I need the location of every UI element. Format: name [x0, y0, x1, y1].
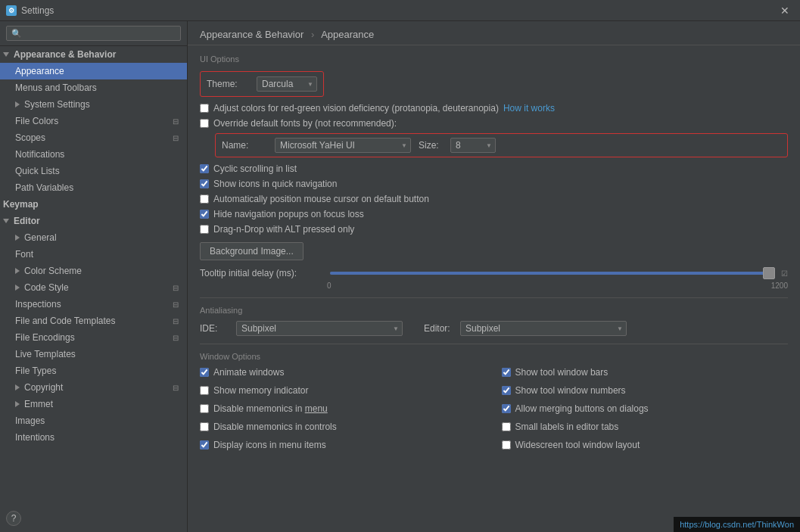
tooltip-delay-label: Tooltip initial delay (ms): [200, 268, 321, 278]
settings-icon-small: ⊟ [170, 299, 181, 310]
settings-icon-small: ⊟ [170, 316, 181, 326]
font-name-select-wrap[interactable]: Microsoft YaHei UI [275, 138, 411, 153]
sidebar-item-label: Path Variables [15, 182, 73, 193]
theme-label: Theme: [207, 79, 252, 89]
sidebar-item-live-templates[interactable]: Live Templates [0, 346, 187, 362]
font-name-select[interactable]: Microsoft YaHei UI [275, 138, 411, 153]
ide-select[interactable]: Subpixel Greyscale No antialiasing [236, 321, 403, 336]
sidebar-item-label: Inspections [15, 299, 61, 310]
sidebar-item-file-colors[interactable]: File Colors ⊟ [0, 113, 187, 129]
sidebar-item-label: Quick Lists [15, 166, 60, 176]
sidebar-item-appearance[interactable]: Appearance [0, 63, 187, 79]
sidebar-item-intentions[interactable]: Intentions [0, 429, 187, 446]
checkbox-cyclic-row: Cyclic scrolling in list [200, 163, 788, 174]
checkbox-show-memory[interactable] [200, 386, 209, 395]
checkbox-drag-drop[interactable] [200, 225, 209, 234]
sidebar-item-label: Menus and Toolbars [15, 82, 97, 93]
sidebar-item-quick-lists[interactable]: Quick Lists [0, 163, 187, 179]
font-size-select-wrap[interactable]: 8 9 10 12 14 [450, 138, 496, 153]
search-input[interactable] [25, 28, 176, 39]
checkbox-disable-menu[interactable] [200, 404, 209, 413]
checkbox-disable-controls-row: Disable mnemonics in controls [200, 422, 487, 432]
sidebar-item-emmet[interactable]: Emmet [0, 396, 187, 412]
checkbox-show-icons-label: Show icons in quick navigation [213, 179, 337, 189]
theme-select[interactable]: Darcula IntelliJ [257, 76, 317, 92]
checkbox-override-fonts[interactable] [200, 119, 209, 128]
breadcrumb-part2: Appearance [321, 29, 374, 40]
slider-thumb[interactable] [763, 267, 775, 279]
checkbox-disable-menu-label: Disable mnemonics in menu [213, 403, 328, 414]
sidebar-item-inspections[interactable]: Inspections ⊟ [0, 296, 187, 313]
checkbox-display-icons[interactable] [200, 440, 209, 450]
sidebar-item-system-settings[interactable]: System Settings [0, 96, 187, 113]
expand-icon [15, 235, 20, 241]
sidebar-item-font[interactable]: Font [0, 246, 187, 263]
slider-icon: ☑ [781, 269, 788, 278]
checkbox-red-green-label: Adjust colors for red-green vision defic… [213, 103, 499, 114]
slider-min: 0 [327, 282, 332, 290]
sidebar-item-general[interactable]: General [0, 229, 187, 246]
checkbox-show-icons[interactable] [200, 179, 209, 188]
editor-select[interactable]: Subpixel Greyscale No antialiasing [460, 321, 627, 336]
breadcrumb-separator: › [311, 29, 314, 40]
checkbox-show-memory-label: Show memory indicator [213, 385, 308, 396]
sidebar-item-path-variables[interactable]: Path Variables [0, 179, 187, 196]
sidebar-item-file-code-templates[interactable]: File and Code Templates ⊟ [0, 313, 187, 329]
settings-icon-small: ⊟ [170, 132, 181, 143]
sidebar-item-copyright[interactable]: Copyright ⊟ [0, 379, 187, 396]
checkbox-red-green-row: Adjust colors for red-green vision defic… [200, 103, 788, 114]
breadcrumb-part1: Appearance & Behavior [200, 29, 304, 40]
checkbox-allow-merging-label: Allow merging buttons on dialogs [515, 403, 649, 414]
checkbox-hide-nav[interactable] [200, 210, 209, 219]
sidebar-item-label: Editor [14, 216, 40, 226]
checkbox-widescreen[interactable] [502, 440, 511, 450]
slider-max: 1200 [771, 282, 788, 290]
font-size-select[interactable]: 8 9 10 12 14 [450, 138, 496, 153]
checkbox-animate-windows[interactable] [200, 368, 209, 377]
checkbox-small-labels[interactable] [502, 422, 511, 431]
checkbox-show-tool-numbers[interactable] [502, 386, 511, 395]
ide-select-wrap[interactable]: Subpixel Greyscale No antialiasing [236, 321, 403, 336]
checkbox-red-green[interactable] [200, 104, 209, 113]
sidebar-item-file-encodings[interactable]: File Encodings ⊟ [0, 329, 187, 346]
checkbox-auto-position-label: Automatically position mouse cursor on d… [213, 194, 429, 204]
sidebar-item-color-scheme[interactable]: Color Scheme [0, 263, 187, 279]
theme-select-wrap[interactable]: Darcula IntelliJ [257, 76, 317, 92]
help-button[interactable]: ? [6, 511, 21, 526]
slider-track[interactable] [330, 272, 772, 275]
checkbox-show-tool-bars[interactable] [502, 368, 511, 377]
expand-icon [15, 401, 20, 407]
antialiasing-title: Antialiasing [200, 306, 788, 315]
checkbox-auto-position[interactable] [200, 194, 209, 204]
checkbox-show-tool-numbers-label: Show tool window numbers [515, 385, 626, 396]
divider [200, 297, 788, 298]
editor-select-wrap[interactable]: Subpixel Greyscale No antialiasing [460, 321, 627, 336]
expand-icon [15, 384, 20, 390]
sidebar-item-appearance-behavior[interactable]: Appearance & Behavior [0, 46, 187, 63]
checkbox-override-fonts-row: Override default fonts by (not recommend… [200, 118, 788, 129]
title-bar: ⚙ Settings ✕ [0, 0, 800, 21]
sidebar-item-editor[interactable]: Editor [0, 213, 187, 229]
background-image-button[interactable]: Background Image... [200, 242, 304, 260]
sidebar-item-file-types[interactable]: File Types [0, 362, 187, 379]
sidebar-item-keymap[interactable]: Keymap [0, 196, 187, 213]
sidebar-item-images[interactable]: Images [0, 412, 187, 429]
sidebar-item-code-style[interactable]: Code Style ⊟ [0, 279, 187, 296]
settings-icon-small: ⊟ [170, 116, 181, 126]
checkbox-disable-controls[interactable] [200, 422, 209, 431]
how-it-works-link[interactable]: How it works [503, 103, 555, 114]
window-options-title: Window Options [200, 352, 788, 361]
checkbox-cyclic[interactable] [200, 164, 209, 173]
checkbox-display-icons-row: Display icons in menu items [200, 440, 487, 450]
close-button[interactable]: ✕ [776, 3, 794, 18]
sidebar-item-scopes[interactable]: Scopes ⊟ [0, 129, 187, 146]
sidebar-item-label: Live Templates [15, 349, 76, 359]
checkbox-drag-drop-label: Drag-n-Drop with ALT pressed only [213, 224, 354, 235]
checkbox-allow-merging[interactable] [502, 404, 511, 413]
sidebar-item-label: System Settings [24, 99, 90, 110]
sidebar-item-notifications[interactable]: Notifications [0, 146, 187, 163]
sidebar-item-menus-toolbars[interactable]: Menus and Toolbars [0, 79, 187, 96]
checkbox-cyclic-label: Cyclic scrolling in list [213, 163, 297, 174]
window-title: Settings [21, 5, 54, 16]
search-input-wrap[interactable]: 🔍 [6, 26, 181, 41]
